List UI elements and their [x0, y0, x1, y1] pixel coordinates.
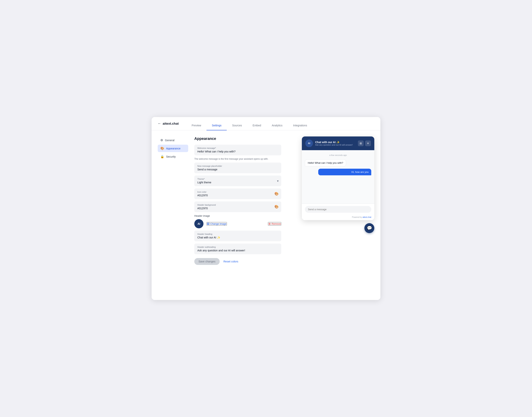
- tab-integrations[interactable]: Integrations: [288, 121, 312, 130]
- header-image-row: AI 🖼 Change image 🗑 Remove: [194, 219, 281, 228]
- save-changes-button[interactable]: Save changes: [194, 258, 220, 265]
- header-background-field[interactable]: Header background #012970 🎨: [194, 201, 281, 212]
- settings-title: Appearance: [194, 136, 281, 141]
- bot-message-bubble: Hello! What can I help you with?: [305, 159, 371, 169]
- site-name: aitext.chat: [163, 122, 179, 125]
- user-message-bubble: Hi, how are you: [318, 169, 371, 175]
- lock-icon: 🔒: [160, 155, 164, 158]
- chat-header-info: Chat with our AI ✨ Ask any question and …: [315, 141, 356, 146]
- powered-by: Powered by aitext.chat: [302, 215, 374, 220]
- dropdown-icon: ▾: [277, 179, 279, 183]
- header-color-picker-icon[interactable]: 🎨: [274, 205, 279, 209]
- actions-row: Save changes Reset colors: [194, 258, 281, 265]
- chat-widget: AI Chat with our AI ✨ Ask any question a…: [302, 136, 374, 220]
- header-subheading-value: Ask any question and our AI will answer!: [197, 249, 278, 252]
- remove-image-label: Remove: [272, 222, 281, 225]
- header-subheading-label: Header subheading: [197, 246, 278, 248]
- header-background-value: #012970: [197, 207, 278, 210]
- icon-color-value: #012970: [197, 194, 278, 197]
- message-placeholder-label: New message placeholder: [197, 165, 278, 167]
- tab-preview[interactable]: Preview: [186, 121, 206, 130]
- chat-close-button[interactable]: ✕: [365, 140, 371, 146]
- settings-panel: Appearance Welcome message* Hello! What …: [194, 136, 281, 294]
- welcome-message-field[interactable]: Welcome message* Hello! What can I help …: [194, 145, 281, 155]
- sidebar-item-security[interactable]: 🔒 Security: [158, 153, 188, 160]
- powered-by-link[interactable]: aitext.chat: [362, 216, 371, 218]
- header-heading-label: Header heading: [197, 233, 278, 235]
- reset-colors-button[interactable]: Reset colors: [223, 260, 238, 263]
- back-button[interactable]: ← aitext.chat: [158, 122, 179, 129]
- header-image-avatar: AI: [194, 219, 203, 228]
- appearance-icon: 🎨: [160, 146, 164, 150]
- chat-input[interactable]: [305, 206, 371, 213]
- tab-settings[interactable]: Settings: [206, 121, 227, 130]
- gear-icon: ⚙: [160, 138, 163, 142]
- sidebar-item-appearance[interactable]: 🎨 Appearance: [158, 145, 188, 152]
- sidebar-item-label-appearance: Appearance: [166, 147, 181, 150]
- theme-field[interactable]: Theme* Light theme ▾: [194, 176, 281, 186]
- tab-embed[interactable]: Embed: [247, 121, 266, 130]
- chat-edit-button[interactable]: ⊞: [358, 140, 364, 146]
- app-window: ← aitext.chat Preview Settings Sources E…: [152, 117, 380, 300]
- header-heading-value: Chat with our AI ✨: [197, 236, 278, 239]
- chat-input-area: [302, 204, 374, 215]
- chat-toggle-icon: 💬: [367, 226, 372, 231]
- header-heading-field[interactable]: Header heading Chat with our AI ✨: [194, 231, 281, 241]
- tab-sources[interactable]: Sources: [227, 121, 247, 130]
- message-placeholder-field[interactable]: New message placeholder Send a message: [194, 163, 281, 173]
- header-image-label: Header image: [194, 214, 281, 217]
- sidebar: ⚙ General 🎨 Appearance 🔒 Security: [158, 136, 188, 294]
- chat-header-subtitle: Ask any question and our AI will answer!: [315, 144, 356, 146]
- powered-by-text: Powered by: [352, 216, 363, 218]
- sidebar-item-label-general: General: [165, 139, 174, 142]
- chat-body: a few seconds ago Hello! What can I help…: [302, 150, 374, 204]
- welcome-message-value: Hello! What can I help you with?: [197, 150, 278, 153]
- header-background-label: Header background: [197, 204, 278, 206]
- sidebar-item-label-security: Security: [166, 155, 176, 158]
- tab-analytics[interactable]: Analytics: [266, 121, 288, 130]
- sidebar-item-general[interactable]: ⚙ General: [158, 136, 188, 144]
- chat-header-actions: ⊞ ✕: [358, 140, 371, 146]
- chat-timestamp: a few seconds ago: [305, 154, 371, 156]
- nav-tabs: Preview Settings Sources Embed Analytics…: [186, 121, 312, 130]
- chat-header-title: Chat with our AI ✨: [315, 141, 356, 144]
- welcome-message-hint: The welcome message is the first message…: [194, 158, 281, 160]
- back-arrow-icon: ←: [158, 122, 161, 125]
- welcome-message-label: Welcome message*: [197, 147, 278, 149]
- top-bar: ← aitext.chat Preview Settings Sources E…: [152, 117, 380, 130]
- theme-value: Light theme: [197, 181, 278, 184]
- image-icon: 🖼: [207, 222, 209, 225]
- change-image-button[interactable]: 🖼 Change image: [206, 222, 227, 226]
- bot-message-text: Hello! What can I help you with?: [305, 159, 346, 166]
- chat-header-avatar: AI: [305, 139, 313, 147]
- change-image-label: Change image: [210, 222, 226, 225]
- color-picker-icon[interactable]: 🎨: [274, 192, 279, 196]
- main-content: ⚙ General 🎨 Appearance 🔒 Security Appear…: [152, 130, 380, 300]
- message-placeholder-value: Send a message: [197, 168, 278, 171]
- chat-toggle-button[interactable]: 💬: [364, 223, 374, 233]
- trash-icon: 🗑: [268, 222, 271, 225]
- chat-header: AI Chat with our AI ✨ Ask any question a…: [302, 136, 374, 150]
- icon-color-label: Icon color: [197, 191, 278, 193]
- header-subheading-field[interactable]: Header subheading Ask any question and o…: [194, 244, 281, 254]
- icon-color-field[interactable]: Icon color #012970 🎨: [194, 188, 281, 199]
- header-image-section: Header image AI 🖼 Change image 🗑 Remove: [194, 214, 281, 228]
- theme-label: Theme*: [197, 178, 278, 180]
- remove-image-button[interactable]: 🗑 Remove: [268, 222, 281, 226]
- chat-preview-wrapper: AI Chat with our AI ✨ Ask any question a…: [287, 136, 374, 294]
